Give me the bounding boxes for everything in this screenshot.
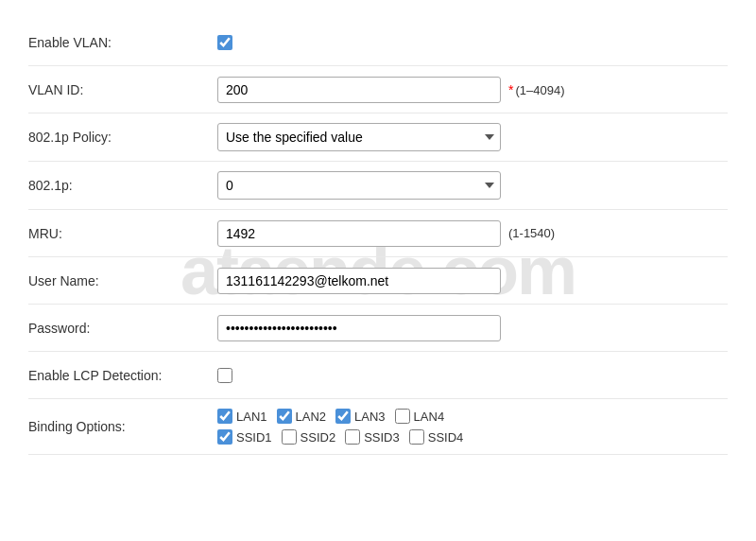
enable-vlan-label: Enable VLAN: — [28, 35, 217, 50]
ssid1-checkbox[interactable] — [217, 429, 232, 445]
ssid2-label[interactable]: SSID2 — [301, 430, 336, 445]
username-row: User Name: — [28, 257, 728, 305]
binding-options: LAN1 LAN2 LAN3 LAN4 — [217, 409, 463, 445]
binding-ssid-row: SSID1 SSID2 SSID3 SSID4 — [217, 429, 463, 445]
enable-vlan-checkbox[interactable] — [217, 35, 232, 50]
enable-vlan-row: Enable VLAN: — [28, 19, 728, 66]
lan2-label[interactable]: LAN2 — [296, 410, 327, 424]
8021p-label: 802.1p: — [28, 178, 217, 193]
mru-hint: (1-1540) — [508, 226, 555, 240]
lan4-label[interactable]: LAN4 — [414, 410, 445, 424]
binding-lan-row: LAN1 LAN2 LAN3 LAN4 — [217, 409, 463, 424]
vlan-id-row: VLAN ID: *(1–4094) — [28, 66, 728, 113]
ssid1-label[interactable]: SSID1 — [236, 430, 272, 445]
enable-vlan-control — [217, 35, 728, 50]
binding-row: Binding Options: LAN1 LAN2 LAN3 — [28, 399, 728, 455]
policy-select[interactable]: Use the specified value Use the received… — [217, 123, 501, 151]
password-row: Password: — [28, 305, 728, 352]
lan2-checkbox[interactable] — [277, 409, 292, 424]
ssid3-label[interactable]: SSID3 — [364, 430, 400, 445]
password-input[interactable] — [217, 315, 501, 341]
binding-item-ssid1: SSID1 — [217, 429, 272, 445]
binding-item-lan3: LAN3 — [335, 409, 386, 424]
8021p-select-wrapper: 0 1 2 3 4 5 6 7 — [217, 171, 501, 200]
form-container: Enable VLAN: VLAN ID: *(1–4094) 802.1p P… — [0, 0, 756, 474]
mru-label: MRU: — [28, 226, 217, 241]
lcp-row: Enable LCP Detection: — [28, 352, 728, 399]
8021p-select[interactable]: 0 1 2 3 4 5 6 7 — [217, 171, 501, 200]
password-control — [217, 315, 728, 341]
vlan-id-control: *(1–4094) — [217, 77, 728, 103]
lcp-control — [217, 368, 728, 383]
mru-input[interactable] — [217, 220, 501, 247]
vlan-id-label: VLAN ID: — [28, 82, 217, 97]
policy-select-wrapper: Use the specified value Use the received… — [217, 123, 501, 151]
mru-control: (1-1540) — [217, 220, 728, 247]
ssid4-checkbox[interactable] — [409, 429, 424, 445]
lan3-checkbox[interactable] — [335, 409, 351, 424]
binding-item-ssid3: SSID3 — [345, 429, 400, 445]
8021p-control: 0 1 2 3 4 5 6 7 — [217, 171, 728, 200]
lan1-label[interactable]: LAN1 — [236, 410, 267, 424]
policy-control: Use the specified value Use the received… — [217, 123, 728, 151]
binding-control: LAN1 LAN2 LAN3 LAN4 — [217, 409, 728, 445]
password-label: Password: — [28, 321, 217, 336]
8021p-row: 802.1p: 0 1 2 3 4 5 6 7 — [28, 162, 728, 210]
lan4-checkbox[interactable] — [395, 409, 410, 424]
lan3-label[interactable]: LAN3 — [354, 410, 386, 424]
policy-label: 802.1p Policy: — [28, 130, 217, 145]
lan1-checkbox[interactable] — [217, 409, 232, 424]
binding-item-ssid2: SSID2 — [282, 429, 336, 445]
policy-row: 802.1p Policy: Use the specified value U… — [28, 113, 728, 162]
mru-row: MRU: (1-1540) — [28, 210, 728, 257]
binding-item-lan1: LAN1 — [217, 409, 267, 424]
lcp-label: Enable LCP Detection: — [28, 368, 217, 383]
ssid2-checkbox[interactable] — [282, 429, 297, 445]
username-input[interactable] — [217, 268, 501, 294]
vlan-id-input[interactable] — [217, 77, 501, 103]
ssid4-label[interactable]: SSID4 — [428, 430, 464, 445]
binding-item-lan4: LAN4 — [395, 409, 445, 424]
username-label: User Name: — [28, 273, 217, 288]
vlan-id-hint: *(1–4094) — [508, 82, 565, 97]
binding-item-lan2: LAN2 — [277, 409, 327, 424]
lcp-checkbox[interactable] — [217, 368, 232, 383]
username-control — [217, 268, 728, 294]
ssid3-checkbox[interactable] — [345, 429, 360, 445]
binding-item-ssid4: SSID4 — [409, 429, 464, 445]
binding-label: Binding Options: — [28, 419, 217, 434]
required-star: * — [508, 82, 513, 97]
